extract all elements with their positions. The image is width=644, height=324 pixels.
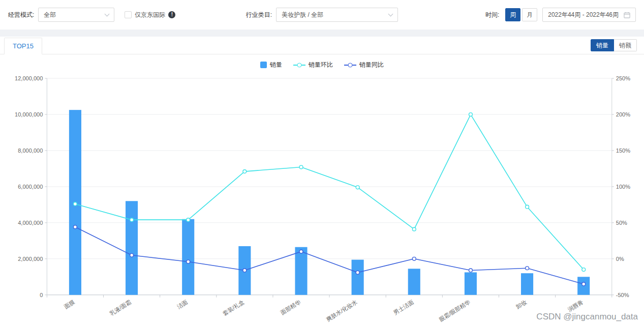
category-select[interactable]: 美妆护肤 / 全部 bbox=[276, 8, 398, 22]
legend-label: 销量同比 bbox=[359, 61, 384, 69]
checkbox-box[interactable] bbox=[125, 11, 132, 18]
time-label: 时间: bbox=[485, 11, 499, 19]
svg-text:4,000,000: 4,000,000 bbox=[18, 220, 43, 226]
svg-text:150%: 150% bbox=[616, 148, 630, 154]
time-week-button[interactable]: 周 bbox=[505, 8, 520, 21]
svg-text:0: 0 bbox=[40, 292, 43, 298]
svg-text:12,000,000: 12,000,000 bbox=[15, 75, 43, 81]
sales-chart: 02,000,0004,000,0006,000,0008,000,00010,… bbox=[0, 70, 644, 324]
category-value: 美妆护肤 / 全部 bbox=[282, 11, 323, 19]
jd-international-checkbox[interactable]: 仅京东国际 ! bbox=[125, 11, 175, 19]
chart-legend: 销量 销量环比 销量同比 bbox=[0, 54, 644, 70]
svg-text:100%: 100% bbox=[616, 184, 630, 190]
main-panel: TOP15 销量 销额 销量 销量环比 销量同比 02,000,0004,000… bbox=[0, 37, 644, 324]
line-marker-icon bbox=[293, 65, 305, 66]
metric-sales-amount-button[interactable]: 销额 bbox=[614, 39, 637, 51]
bar-swatch-icon bbox=[260, 62, 267, 68]
svg-text:-50%: -50% bbox=[616, 292, 629, 298]
calendar-icon bbox=[624, 12, 630, 18]
svg-text:2,000,000: 2,000,000 bbox=[18, 256, 43, 262]
svg-text:爽肤水/化妆水: 爽肤水/化妆水 bbox=[325, 299, 358, 322]
time-granularity-toggle: 周 月 bbox=[505, 8, 537, 21]
svg-text:8,000,000: 8,000,000 bbox=[18, 148, 43, 154]
tab-bar: TOP15 销量 销额 bbox=[0, 37, 644, 54]
legend-label: 销量环比 bbox=[309, 61, 333, 69]
legend-item-mom[interactable]: 销量环比 bbox=[293, 61, 333, 69]
date-range-value: 2022年44周 - 2022年46周 bbox=[548, 11, 619, 19]
business-mode-label: 经营模式: bbox=[8, 11, 34, 19]
category-label: 行业类目: bbox=[246, 11, 272, 19]
line-marker-icon bbox=[344, 65, 356, 66]
svg-text:润唇膏: 润唇膏 bbox=[567, 299, 584, 313]
svg-text:卸妆: 卸妆 bbox=[515, 299, 528, 310]
svg-text:套装/礼盒: 套装/礼盒 bbox=[222, 299, 245, 316]
metric-sales-qty-button[interactable]: 销量 bbox=[591, 39, 614, 51]
legend-label: 销量 bbox=[270, 61, 282, 69]
svg-text:6,000,000: 6,000,000 bbox=[18, 184, 43, 190]
info-icon[interactable]: ! bbox=[168, 11, 175, 18]
svg-text:250%: 250% bbox=[616, 75, 630, 81]
svg-text:乳液/面霜: 乳液/面霜 bbox=[109, 299, 132, 316]
svg-text:10,000,000: 10,000,000 bbox=[15, 111, 43, 117]
svg-text:50%: 50% bbox=[616, 220, 627, 226]
svg-text:面部精华: 面部精华 bbox=[280, 299, 302, 316]
metric-toggle: 销量 销额 bbox=[591, 39, 637, 51]
svg-text:200%: 200% bbox=[616, 111, 630, 117]
business-mode-value: 全部 bbox=[44, 11, 56, 19]
chevron-down-icon bbox=[105, 11, 110, 16]
legend-item-sales[interactable]: 销量 bbox=[260, 61, 282, 69]
svg-text:洁面: 洁面 bbox=[175, 299, 189, 310]
time-month-button[interactable]: 月 bbox=[522, 8, 537, 21]
date-range-picker[interactable]: 2022年44周 - 2022年46周 bbox=[542, 8, 636, 22]
tab-top15[interactable]: TOP15 bbox=[4, 38, 42, 54]
business-mode-select[interactable]: 全部 bbox=[38, 8, 114, 22]
legend-item-yoy[interactable]: 销量同比 bbox=[344, 61, 384, 69]
chevron-down-icon bbox=[388, 11, 393, 16]
svg-text:男士洁面: 男士洁面 bbox=[392, 299, 415, 316]
filter-toolbar: 经营模式: 全部 仅京东国际 ! 行业类目: 美妆护肤 / 全部 时间: 周 月… bbox=[0, 0, 644, 30]
jd-international-label: 仅京东国际 bbox=[135, 11, 165, 19]
svg-text:眼霜/眼部精华: 眼霜/眼部精华 bbox=[438, 299, 471, 322]
svg-text:0%: 0% bbox=[616, 256, 624, 262]
svg-text:面膜: 面膜 bbox=[63, 299, 76, 310]
